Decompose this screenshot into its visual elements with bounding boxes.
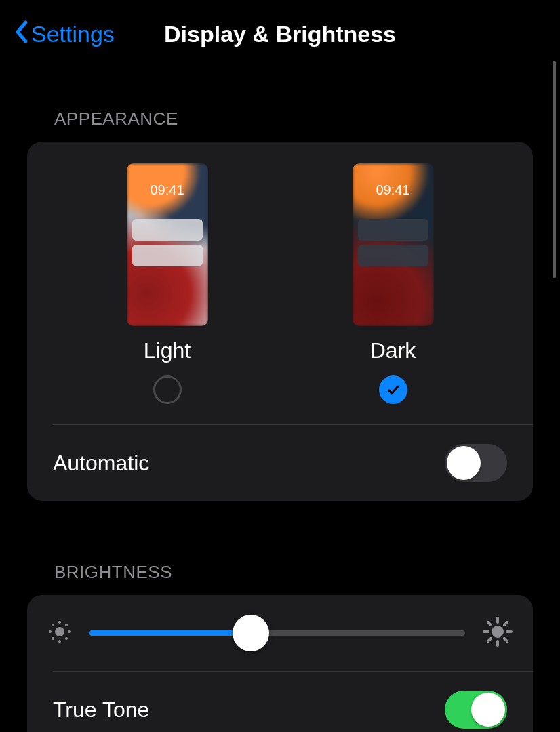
dark-radio[interactable] [379,375,407,404]
dark-mode-preview: 09:41 [353,163,434,326]
back-button[interactable]: Settings [14,19,115,49]
svg-point-4 [68,630,71,633]
brightness-header: BRIGHTNESS [0,562,560,583]
true-tone-label: True Tone [53,697,149,723]
light-label: Light [144,338,191,363]
svg-line-14 [488,622,491,625]
brightness-slider[interactable] [89,630,465,636]
nav-bar: Settings Display & Brightness [0,0,560,68]
svg-point-8 [65,637,68,640]
appearance-header: APPEARANCE [0,108,560,129]
preview-time: 09:41 [127,182,208,198]
true-tone-row[interactable]: True Tone [27,672,533,732]
svg-line-17 [488,638,491,641]
svg-point-2 [58,640,61,643]
dark-label: Dark [370,338,416,363]
appearance-option-light[interactable]: 09:41 Light [127,163,208,404]
appearance-options: 09:41 Light 09:41 Dark [27,142,533,424]
automatic-label: Automatic [53,451,149,476]
svg-point-1 [58,621,61,624]
svg-point-0 [55,627,64,636]
automatic-row[interactable]: Automatic [27,425,533,501]
svg-line-15 [504,638,507,641]
chevron-left-icon [14,19,28,49]
automatic-toggle[interactable] [445,444,507,482]
svg-line-16 [504,622,507,625]
svg-point-6 [65,624,68,626]
back-label: Settings [31,21,115,47]
brightness-card: True Tone [27,595,533,732]
appearance-card: 09:41 Light 09:41 Dark Automatic [27,142,533,501]
appearance-option-dark[interactable]: 09:41 Dark [353,163,434,404]
sun-max-icon [483,617,513,649]
svg-point-3 [49,630,52,633]
svg-point-7 [52,637,54,640]
svg-point-5 [52,624,54,626]
brightness-slider-row [27,595,533,671]
preview-time: 09:41 [353,182,434,198]
light-mode-preview: 09:41 [127,163,208,326]
svg-point-9 [492,626,504,638]
light-radio[interactable] [153,375,182,404]
sun-min-icon [47,619,72,647]
scrollbar[interactable] [553,61,556,278]
page-title: Display & Brightness [164,21,396,47]
true-tone-toggle[interactable] [445,691,507,729]
